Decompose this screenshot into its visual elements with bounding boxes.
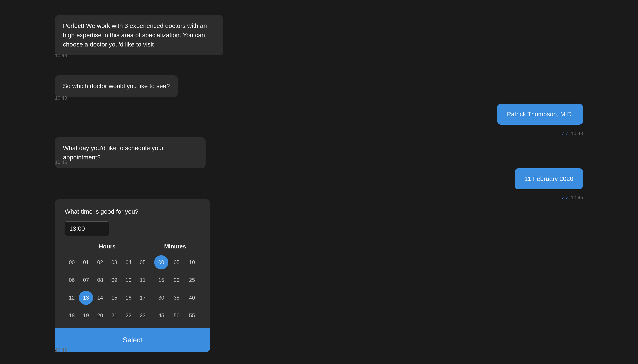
hour-00[interactable]: 00 (65, 255, 79, 270)
picker-columns: Hours 00 01 02 03 04 05 06 07 08 09 10 1… (65, 243, 200, 328)
hour-03[interactable]: 03 (107, 255, 121, 270)
bot-message-2-timestamp: 10:43 (55, 95, 67, 101)
minute-20[interactable]: 20 (170, 273, 184, 287)
minute-45[interactable]: 45 (154, 308, 168, 322)
double-check-icon-1: ✓✓ (561, 131, 569, 136)
minute-15[interactable]: 15 (154, 273, 168, 287)
hour-10[interactable]: 10 (121, 273, 136, 287)
hour-15[interactable]: 15 (107, 291, 121, 305)
time-picker-timestamp: 10:46 (55, 347, 67, 353)
minute-55[interactable]: 55 (185, 308, 199, 322)
hour-23[interactable]: 23 (136, 308, 150, 322)
time-picker-widget: What time is good for you? Hours 00 01 0… (55, 199, 210, 352)
bot-message-1-timestamp: 10:43 (55, 53, 67, 58)
hour-22[interactable]: 22 (121, 308, 136, 322)
user-message-2-timestamp: ✓✓ 10:45 (561, 195, 583, 200)
time-input[interactable] (65, 222, 109, 236)
minute-40[interactable]: 40 (185, 291, 199, 305)
user-message-2: 11 February 2020 (515, 168, 583, 189)
hour-04[interactable]: 04 (121, 255, 136, 270)
select-button[interactable]: Select (55, 328, 210, 352)
user-message-1: Patrick Thompson, M.D. (497, 104, 583, 125)
chat-container: Perfect! We work with 3 experienced doct… (0, 0, 638, 364)
hours-grid: 00 01 02 03 04 05 06 07 08 09 10 11 12 1… (65, 255, 150, 322)
minute-10[interactable]: 10 (185, 255, 199, 270)
hour-12[interactable]: 12 (65, 291, 79, 305)
double-check-icon-2: ✓✓ (561, 195, 569, 200)
minute-05[interactable]: 05 (170, 255, 184, 270)
hour-21[interactable]: 21 (107, 308, 121, 322)
minute-35[interactable]: 35 (170, 291, 184, 305)
minute-25[interactable]: 25 (185, 273, 199, 287)
minutes-grid: 00 05 10 15 20 25 30 35 40 45 50 55 (150, 255, 200, 322)
bot-message-2: So which doctor would you like to see? (55, 75, 178, 97)
hour-06[interactable]: 06 (65, 273, 79, 287)
minutes-column: Minutes 00 05 10 15 20 25 30 35 40 45 (150, 243, 200, 328)
hour-19[interactable]: 19 (79, 308, 93, 322)
hour-09[interactable]: 09 (107, 273, 121, 287)
bot-message-3: What day you'd like to schedule your app… (55, 137, 206, 168)
time-picker-title: What time is good for you? (65, 208, 200, 215)
hour-20[interactable]: 20 (93, 308, 107, 322)
user-message-1-timestamp: ✓✓ 10:43 (561, 131, 583, 136)
minute-00[interactable]: 00 (154, 255, 168, 270)
hour-17[interactable]: 17 (136, 291, 150, 305)
hour-05[interactable]: 05 (136, 255, 150, 270)
hour-18[interactable]: 18 (65, 308, 79, 322)
minute-50[interactable]: 50 (170, 308, 184, 322)
hour-08[interactable]: 08 (93, 273, 107, 287)
hours-header: Hours (65, 243, 150, 250)
hour-13[interactable]: 13 (79, 291, 93, 305)
hour-02[interactable]: 02 (93, 255, 107, 270)
minutes-header: Minutes (150, 243, 200, 250)
hours-column: Hours 00 01 02 03 04 05 06 07 08 09 10 1… (65, 243, 150, 328)
hour-16[interactable]: 16 (121, 291, 136, 305)
minute-30[interactable]: 30 (154, 291, 168, 305)
bot-message-3-timestamp: 10:45 (55, 160, 67, 165)
hour-07[interactable]: 07 (79, 273, 93, 287)
hour-14[interactable]: 14 (93, 291, 107, 305)
bot-message-1: Perfect! We work with 3 experienced doct… (55, 15, 223, 55)
hour-01[interactable]: 01 (79, 255, 93, 270)
hour-11[interactable]: 11 (136, 273, 150, 287)
